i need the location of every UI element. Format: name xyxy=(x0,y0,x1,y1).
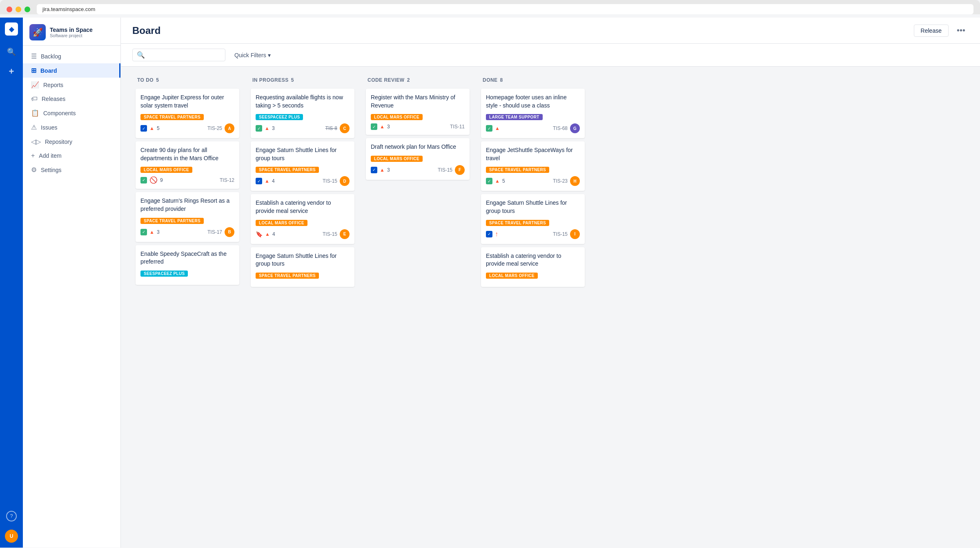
card-footer-tis12: ✓ 🚫 9 TIS-12 xyxy=(140,176,234,184)
browser-chrome: jira.teamsinspace.com xyxy=(0,0,980,14)
column-count-inprogress: 5 xyxy=(291,77,294,83)
card-count-cr-tis15: 3 xyxy=(387,167,390,173)
card-footer-tis8: ✓ ▲ 3 TIS-8 C xyxy=(256,123,350,133)
releases-icon: 🏷 xyxy=(31,95,38,103)
browser-url[interactable]: jira.teamsinspace.com xyxy=(37,4,973,14)
sidebar-item-settings[interactable]: ⚙ Settings xyxy=(23,163,120,177)
card-count-catering: 4 xyxy=(272,231,275,237)
card-title-tis12: Create 90 day plans for all departments … xyxy=(140,146,234,162)
project-sidebar: 🚀 Teams in Space Software project ☰ Back… xyxy=(23,18,121,548)
card-tag-tis11: LOCAL MARS OFFICE xyxy=(371,114,423,120)
search-icon[interactable]: 🔍 xyxy=(5,45,18,58)
sidebar-item-add-item[interactable]: + Add item xyxy=(23,149,120,163)
card-count-tis25: 5 xyxy=(157,125,160,131)
arrow-up-icon: ↑ xyxy=(495,230,498,238)
card-ip-tis15[interactable]: Engage Saturn Shuttle Lines for group to… xyxy=(251,141,354,191)
search-input[interactable] xyxy=(147,52,221,58)
card-avatar-tis25: A xyxy=(225,123,234,133)
check-icon-ip-tis15: ✓ xyxy=(256,178,262,184)
card-footer-tis17: ✓ ▲ 3 TIS-17 B xyxy=(140,227,234,237)
card-ip4[interactable]: Engage Saturn Shuttle Lines for group to… xyxy=(251,247,354,287)
sidebar-nav: ☰ Backlog ⊞ Board 📈 Reports 🏷 Releases 📋… xyxy=(23,46,120,180)
card-tag-tis8: SEESPACEEZ PLUS xyxy=(256,114,303,120)
card-id-tis12: TIS-12 xyxy=(220,177,234,183)
column-label-todo: TO DO xyxy=(137,77,154,83)
card-tis23[interactable]: Engage JetShuttle SpaceWays for travel S… xyxy=(481,141,585,191)
check-icon-done-tis15: ✓ xyxy=(486,231,492,237)
sidebar-item-board[interactable]: ⊞ Board xyxy=(23,63,120,78)
card-title-tis17: Engage Saturn's Rings Resort as a prefer… xyxy=(140,197,234,213)
priority-icon-tis11: ▲ xyxy=(380,124,385,130)
card-tag-tis68: LARGE TEAM SUPPORT xyxy=(486,114,543,120)
card-count-tis12: 9 xyxy=(160,177,163,183)
browser-controls: jira.teamsinspace.com xyxy=(7,4,973,14)
more-button[interactable]: ••• xyxy=(953,24,969,37)
create-icon[interactable]: + xyxy=(5,65,18,78)
quick-filters-label: Quick Filters xyxy=(234,52,266,58)
global-nav: ◆ 🔍 + ? U xyxy=(0,18,23,548)
sidebar-item-backlog[interactable]: ☰ Backlog xyxy=(23,49,120,63)
page-title: Board xyxy=(132,25,160,36)
card-count-tis11: 3 xyxy=(387,124,390,130)
card-tis11[interactable]: Register with the Mars Ministry of Reven… xyxy=(366,89,470,135)
sidebar-label-components: Components xyxy=(43,110,76,116)
column-header-inprogress: IN PROGRESS 5 xyxy=(247,73,358,87)
card-title-done-tis15: Engage Saturn Shuttle Lines for group to… xyxy=(486,199,580,215)
card-tis17[interactable]: Engage Saturn's Rings Resort as a prefer… xyxy=(136,192,239,242)
sidebar-label-backlog: Backlog xyxy=(41,53,61,60)
card-avatar-cr-tis15: F xyxy=(455,165,465,175)
priority-icon-tis8: ▲ xyxy=(265,125,270,131)
browser-dot-red[interactable] xyxy=(7,7,12,12)
priority-icon-ip-tis15: ▲ xyxy=(265,178,270,184)
release-button[interactable]: Release xyxy=(914,25,949,37)
card-avatar-tis8: C xyxy=(340,123,350,133)
card-id-tis25: TIS-25 xyxy=(207,125,222,131)
card-tag-tis25: SPACE TRAVEL PARTNERS xyxy=(140,114,204,120)
card-tis68[interactable]: Homepage footer uses an inline style - s… xyxy=(481,89,585,138)
column-count-todo: 5 xyxy=(156,77,159,83)
priority-icon-tis17: ▲ xyxy=(149,229,154,235)
sidebar-label-releases: Releases xyxy=(42,96,65,102)
app-container: ◆ 🔍 + ? U 🚀 Teams in Space Software proj… xyxy=(0,18,980,548)
card-title-done-catering: Establish a catering vendor to provide m… xyxy=(486,252,580,268)
card-title-ip4: Engage Saturn Shuttle Lines for group to… xyxy=(256,252,350,268)
block-icon-tis12: 🚫 xyxy=(149,176,158,184)
column-cards-codereview: Register with the Mars Ministry of Reven… xyxy=(363,87,473,541)
user-avatar[interactable]: U xyxy=(5,530,18,543)
quick-filters-button[interactable]: Quick Filters ▾ xyxy=(230,50,275,60)
card-count-tis17: 3 xyxy=(157,229,160,235)
browser-dot-yellow[interactable] xyxy=(16,7,21,12)
board-columns: TO DO 5 Engage Jupiter Express for outer… xyxy=(132,73,969,541)
card-tag-ip4: SPACE TRAVEL PARTNERS xyxy=(256,273,319,279)
sidebar-item-releases[interactable]: 🏷 Releases xyxy=(23,92,120,106)
card-id-catering: TIS-15 xyxy=(323,231,337,237)
card-avatar-catering: E xyxy=(340,229,350,239)
sidebar-item-components[interactable]: 📋 Components xyxy=(23,106,120,120)
column-todo: TO DO 5 Engage Jupiter Express for outer… xyxy=(132,73,243,541)
project-name: Teams in Space xyxy=(50,27,93,34)
card-done-tis15[interactable]: Engage Saturn Shuttle Lines for group to… xyxy=(481,194,585,244)
card-cr-tis15[interactable]: Draft network plan for Mars Office LOCAL… xyxy=(366,138,470,180)
card-tis12[interactable]: Create 90 day plans for all departments … xyxy=(136,141,239,189)
card-tag-todo4: SEESPACEEZ PLUS xyxy=(140,271,188,277)
priority-icon-catering: ▲ xyxy=(265,231,270,237)
help-icon[interactable]: ? xyxy=(6,511,17,521)
sidebar-item-reports[interactable]: 📈 Reports xyxy=(23,78,120,92)
sidebar-item-issues[interactable]: ⚠ Issues xyxy=(23,120,120,134)
browser-dot-green[interactable] xyxy=(24,7,30,12)
card-tis8[interactable]: Requesting available flights is now taki… xyxy=(251,89,354,138)
card-id-tis17: TIS-17 xyxy=(207,229,222,235)
card-footer-tis25: ✓ ▲ 5 TIS-25 A xyxy=(140,123,234,133)
card-tag-tis17: SPACE TRAVEL PARTNERS xyxy=(140,218,204,224)
card-done-catering[interactable]: Establish a catering vendor to provide m… xyxy=(481,247,585,287)
board-icon: ⊞ xyxy=(31,67,36,74)
jira-logo[interactable]: ◆ xyxy=(5,22,18,36)
reports-icon: 📈 xyxy=(31,81,39,89)
card-catering[interactable]: Establish a catering vendor to provide m… xyxy=(251,194,354,244)
sidebar-item-repository[interactable]: ◁▷ Repository xyxy=(23,134,120,149)
issues-icon: ⚠ xyxy=(31,123,37,131)
card-id-tis8: TIS-8 xyxy=(325,125,337,131)
check-icon-tis17: ✓ xyxy=(140,229,147,235)
card-tis25[interactable]: Engage Jupiter Express for outer solar s… xyxy=(136,89,239,138)
card-todo4[interactable]: Enable Speedy SpaceCraft as the preferre… xyxy=(136,245,239,285)
